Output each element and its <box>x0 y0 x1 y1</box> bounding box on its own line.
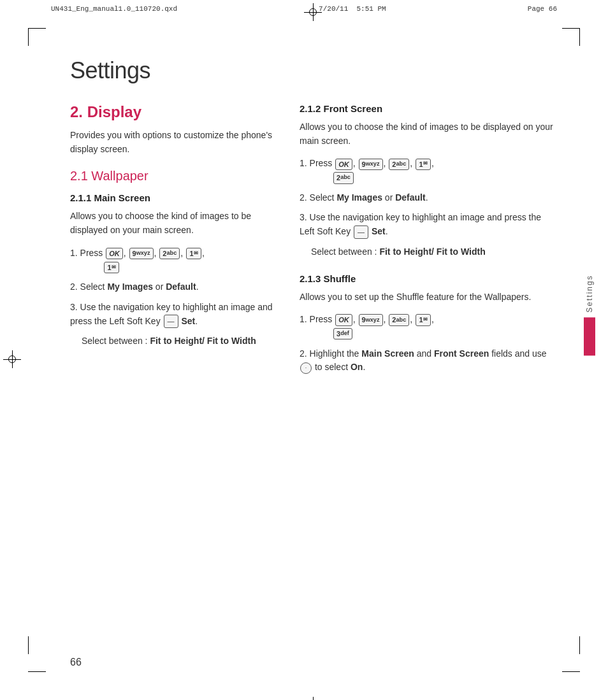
trim-mark <box>562 28 580 29</box>
key-2abc-left1: 2abc <box>159 248 180 259</box>
shuffle-step2-on: On <box>351 362 363 372</box>
key-ok-right1: OK <box>335 159 352 170</box>
section-front-screen-title: 2.1.2 Front Screen <box>300 103 557 114</box>
header-datetime: 7/20/11 5:51 PM <box>319 5 386 13</box>
left-step3-set: Set <box>181 316 195 326</box>
right-step2-my-images: My Images <box>337 192 382 203</box>
trim-mark <box>28 28 46 29</box>
section-shuffle-body: Allows you to set up the Shuffle feature… <box>300 290 557 304</box>
section-shuffle-title: 2.1.3 Shuffle <box>300 273 557 284</box>
key-ok-left1: OK <box>106 248 123 259</box>
key-3def-shuffle1: 3def <box>333 328 352 339</box>
shuffle-step2: 2. Highlight the Main Screen and Front S… <box>300 347 557 375</box>
section-main-screen-title: 2.1.1 Main Screen <box>70 192 274 203</box>
left-column: 2. Display Provides you with options to … <box>70 103 274 381</box>
section-display-body: Provides you with options to customize t… <box>70 129 274 156</box>
key-2abc-shuffle1: 2abc <box>389 314 409 325</box>
trim-mark <box>562 671 580 672</box>
sidebar-label: Settings <box>585 275 594 312</box>
right-step2-default: Default <box>395 192 425 203</box>
left-step2-default: Default <box>166 282 196 292</box>
right-step3-set: Set <box>372 226 386 236</box>
header-filename: UN431_Eng_manual1.0_110720.qxd <box>51 5 177 13</box>
trim-mark <box>579 636 580 654</box>
sidebar-tab: Settings <box>583 275 597 355</box>
shuffle-step2-front: Front Screen <box>434 348 489 359</box>
page-header: UN431_Eng_manual1.0_110720.qxd 7/20/11 5… <box>51 5 557 13</box>
right-select-between: Select between : Fit to Height/ Fit to W… <box>300 245 557 259</box>
soft-key-icon-left: — <box>164 315 178 328</box>
trim-mark <box>28 636 29 654</box>
left-step1: 1. Press OK, 9wxyz, 2abc, 1✉, 1✉ <box>70 246 274 274</box>
left-step2: 2. Select My Images or Default. <box>70 280 274 294</box>
left-step2-my-images: My Images <box>107 282 153 292</box>
shuffle-step2-main: Main Screen <box>361 348 414 359</box>
shuffle-step1: 1. Press OK, 9wxyz, 2abc, 1✉, 3def <box>300 313 557 340</box>
two-column-layout: 2. Display Provides you with options to … <box>70 103 557 381</box>
section-main-screen-body: Allows you to choose the kind of images … <box>70 210 274 237</box>
key-2abc-right1: 2abc <box>389 159 409 170</box>
right-step1: 1. Press OK, 9wxyz, 2abc, 1✉, 2abc <box>300 157 557 184</box>
sidebar-bar <box>584 317 595 355</box>
section-wallpaper-title: 2.1 Wallpaper <box>70 169 274 183</box>
right-step3: 3. Use the navigation key to highlight a… <box>300 211 557 239</box>
page-title: Settings <box>70 57 557 84</box>
right-step2: 2. Select My Images or Default. <box>300 191 557 205</box>
key-9wxyz-left1: 9wxyz <box>129 248 154 259</box>
key-ok-shuffle1: OK <box>335 314 352 325</box>
trim-mark <box>28 28 29 46</box>
key-1-shuffle1: 1✉ <box>416 314 431 325</box>
header-page-label: Page 66 <box>528 5 557 13</box>
section-front-screen-body: Allows you to choose the kind of images … <box>300 120 557 148</box>
left-step3: 3. Use the navigation key to highlight a… <box>70 301 274 329</box>
trim-mark <box>28 671 46 672</box>
soft-key-icon-right: — <box>354 225 368 239</box>
key-9wxyz-shuffle1: 9wxyz <box>359 314 383 325</box>
left-select-between: Select between : Fit to Height/ Fit to W… <box>70 334 274 348</box>
key-9wxyz-right1: 9wxyz <box>359 159 383 170</box>
page-content: Settings 2. Display Provides you with op… <box>70 57 557 643</box>
key-1sub-left1: 1✉ <box>104 262 119 273</box>
key-1-right1: 1✉ <box>416 159 431 170</box>
nav-circle-icon: · <box>300 362 312 374</box>
section-display-title: 2. Display <box>70 103 274 121</box>
page-number: 66 <box>70 657 82 668</box>
key-1-left1: 1✉ <box>186 248 201 259</box>
trim-mark <box>579 28 580 46</box>
key-2abc-right1b: 2abc <box>333 172 354 183</box>
right-column: 2.1.2 Front Screen Allows you to choose … <box>300 103 557 381</box>
